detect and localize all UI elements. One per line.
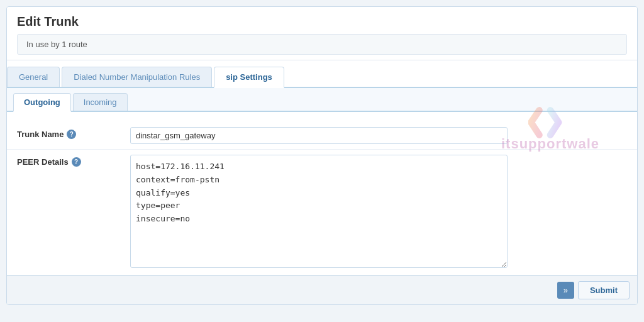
trunk-name-help-icon[interactable]: ? (67, 130, 76, 139)
form-area: Trunk Name ? PEER Details ? (7, 112, 637, 275)
page-title: Edit Trunk (17, 14, 627, 29)
sub-tabs: Outgoing Incoming (7, 88, 637, 112)
peer-details-row: PEER Details ? (7, 150, 637, 275)
trunk-name-row: Trunk Name ? (7, 122, 637, 150)
peer-details-help-icon[interactable]: ? (72, 157, 81, 167)
content-area: itsupportwale Outgoing Incoming Trunk Na… (7, 88, 637, 275)
peer-details-textarea[interactable] (130, 155, 508, 268)
tab-sip-settings[interactable]: sip Settings (214, 67, 284, 88)
trunk-name-label: Trunk Name ? (17, 127, 130, 139)
in-use-bar: In use by 1 route (17, 34, 627, 55)
main-tabs: General Dialed Number Manipulation Rules… (7, 67, 637, 88)
sub-tab-incoming[interactable]: Incoming (73, 93, 128, 111)
submit-button[interactable]: Submit (578, 281, 630, 299)
trunk-name-value (130, 127, 627, 144)
tab-dnmr[interactable]: Dialed Number Manipulation Rules (62, 67, 212, 87)
trunk-name-input[interactable] (130, 127, 508, 144)
edit-trunk-panel: Edit Trunk In use by 1 route General Dia… (6, 6, 638, 305)
page-header: Edit Trunk In use by 1 route (7, 7, 637, 60)
peer-details-value (130, 155, 627, 270)
footer-arrow-button[interactable]: » (557, 282, 574, 299)
tab-general[interactable]: General (7, 67, 60, 87)
peer-details-label: PEER Details ? (17, 155, 130, 167)
footer-bar: » Submit (7, 275, 637, 304)
sub-tab-outgoing[interactable]: Outgoing (13, 93, 71, 112)
